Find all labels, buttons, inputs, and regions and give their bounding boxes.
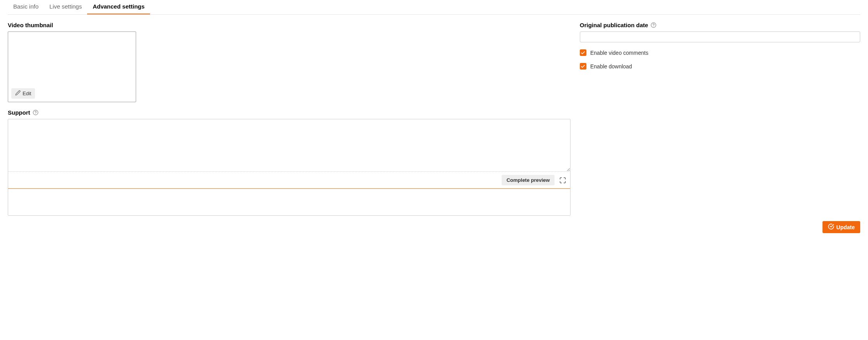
enable-comments-label: Enable video comments (590, 50, 648, 56)
help-icon[interactable] (33, 110, 38, 115)
enable-download-checkbox[interactable] (580, 63, 586, 70)
check-circle-icon (828, 223, 834, 231)
maximize-icon[interactable] (559, 177, 566, 184)
preview-output (8, 189, 570, 215)
content-area: Video thumbnail Edit Support Complete pr… (8, 22, 860, 216)
support-label-text: Support (8, 109, 30, 116)
support-label: Support (8, 109, 570, 116)
footer-actions: Update (8, 221, 860, 241)
enable-download-row: Enable download (580, 63, 860, 70)
thumbnail-label: Video thumbnail (8, 22, 570, 28)
pub-date-label-text: Original publication date (580, 22, 648, 28)
support-section: Support Complete preview (8, 109, 570, 216)
publication-date-input[interactable] (580, 31, 860, 42)
thumbnail-preview: Edit (8, 31, 136, 102)
right-column: Original publication date Enable video c… (580, 22, 860, 216)
edit-button-label: Edit (23, 91, 31, 96)
thumbnail-label-text: Video thumbnail (8, 22, 53, 28)
help-icon[interactable] (651, 22, 656, 28)
left-column: Video thumbnail Edit Support Complete pr… (8, 22, 570, 216)
preview-toolbar: Complete preview (8, 172, 570, 189)
tab-advanced-settings[interactable]: Advanced settings (87, 0, 150, 14)
enable-comments-row: Enable video comments (580, 49, 860, 56)
complete-preview-button[interactable]: Complete preview (502, 175, 554, 185)
tab-live-settings[interactable]: Live settings (44, 0, 87, 14)
settings-tabs: Basic info Live settings Advanced settin… (8, 0, 860, 15)
support-editor: Complete preview (8, 119, 570, 216)
edit-thumbnail-button[interactable]: Edit (11, 88, 35, 99)
pencil-icon (15, 90, 21, 97)
enable-download-label: Enable download (590, 63, 632, 70)
update-button[interactable]: Update (822, 221, 860, 233)
pub-date-label: Original publication date (580, 22, 860, 28)
support-textarea[interactable] (8, 119, 570, 172)
update-button-label: Update (836, 224, 855, 230)
tab-basic-info[interactable]: Basic info (8, 0, 44, 14)
enable-comments-checkbox[interactable] (580, 49, 586, 56)
